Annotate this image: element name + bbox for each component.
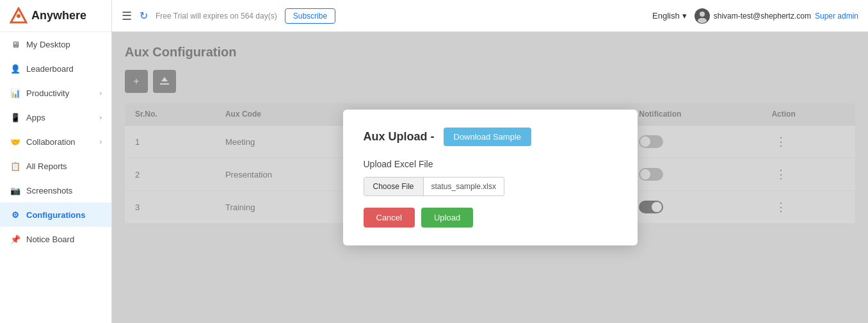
file-name-display: status_sample.xlsx	[424, 178, 504, 195]
sidebar-item-all-reports[interactable]: 📋 All Reports	[0, 154, 111, 178]
apps-icon: 📱	[10, 112, 21, 123]
main: ☰ ↻ Free Trial will expires on 564 day(s…	[112, 0, 868, 323]
sidebar-label-leaderboard: Leaderboard	[26, 64, 74, 74]
productivity-icon: 📊	[10, 87, 21, 99]
logo: Anywhere	[0, 0, 111, 32]
leaderboard-icon: 👤	[10, 63, 21, 74]
screenshots-icon: 📷	[10, 185, 21, 196]
avatar	[695, 8, 710, 24]
sidebar-label-my-desktop: My Desktop	[26, 40, 70, 49]
sidebar-label-all-reports: All Reports	[26, 162, 67, 171]
trial-text: Free Trial will expires on 564 day(s)	[156, 11, 277, 21]
svg-point-4	[698, 18, 707, 23]
sidebar-label-collaboration: Collaboration	[26, 137, 76, 147]
user-info: shivam-test@shephertz.com Super admin	[695, 8, 858, 24]
all-reports-icon: 📋	[10, 160, 21, 172]
modal-title: Aux Upload -	[364, 130, 435, 144]
sidebar-item-configurations[interactable]: ⚙ Configurations	[0, 203, 111, 227]
chevron-right-icon: ›	[100, 90, 102, 97]
sidebar-item-my-desktop[interactable]: 🖥 My Desktop	[0, 32, 111, 56]
refresh-icon[interactable]: ↻	[140, 10, 148, 22]
chevron-down-icon: ▾	[682, 11, 687, 21]
choose-file-button[interactable]: Choose File	[364, 178, 424, 195]
language-selector[interactable]: English ▾	[652, 11, 687, 21]
page-content: Aux Configuration + Sr.No. Aux Code	[112, 32, 868, 323]
sidebar-label-apps: Apps	[26, 113, 45, 122]
notice-board-icon: 📌	[10, 233, 21, 245]
download-sample-button[interactable]: Download Sample	[444, 128, 532, 146]
subscribe-button[interactable]: Subscribe	[285, 8, 335, 24]
cancel-button[interactable]: Cancel	[364, 208, 415, 228]
file-input-container: Choose File status_sample.xlsx	[364, 177, 504, 196]
upload-excel-label: Upload Excel File	[364, 159, 617, 169]
user-email: shivam-test@shephertz.com	[714, 12, 811, 21]
logo-text: Anywhere	[31, 9, 86, 22]
aux-upload-modal: Aux Upload - Download Sample Upload Exce…	[343, 110, 638, 245]
svg-point-1	[17, 14, 20, 18]
sidebar-item-notice-board[interactable]: 📌 Notice Board	[0, 227, 111, 251]
sidebar-item-apps[interactable]: 📱 Apps ›	[0, 105, 111, 129]
sidebar-item-leaderboard[interactable]: 👤 Leaderboard	[0, 56, 111, 81]
sidebar-label-notice-board: Notice Board	[26, 235, 74, 244]
super-admin-label: Super admin	[815, 12, 858, 21]
collaboration-icon: 🤝	[10, 136, 21, 147]
sidebar-item-collaboration[interactable]: 🤝 Collaboration ›	[0, 129, 111, 154]
configurations-icon: ⚙	[10, 209, 21, 220]
sidebar-item-screenshots[interactable]: 📷 Screenshots	[0, 178, 111, 203]
menu-icon[interactable]: ☰	[122, 9, 132, 23]
language-label: English	[652, 11, 680, 21]
sidebar-label-configurations: Configurations	[26, 210, 85, 220]
desktop-icon: 🖥	[10, 38, 21, 50]
sidebar: Anywhere 🖥 My Desktop 👤 Leaderboard 📊 Pr…	[0, 0, 112, 323]
chevron-right-icon: ›	[100, 138, 102, 145]
modal-overlay: Aux Upload - Download Sample Upload Exce…	[112, 32, 868, 323]
sidebar-item-productivity[interactable]: 📊 Productivity ›	[0, 81, 111, 105]
modal-header: Aux Upload - Download Sample	[364, 128, 617, 146]
logo-icon	[10, 7, 28, 25]
user-avatar-icon	[695, 9, 709, 23]
chevron-right-icon: ›	[100, 114, 102, 121]
sidebar-label-productivity: Productivity	[26, 88, 69, 98]
upload-confirm-button[interactable]: Upload	[421, 208, 473, 228]
sidebar-label-screenshots: Screenshots	[26, 186, 72, 195]
sidebar-nav: 🖥 My Desktop 👤 Leaderboard 📊 Productivit…	[0, 32, 111, 323]
svg-point-3	[700, 12, 705, 17]
modal-actions: Cancel Upload	[364, 208, 617, 228]
header: ☰ ↻ Free Trial will expires on 564 day(s…	[112, 0, 868, 32]
